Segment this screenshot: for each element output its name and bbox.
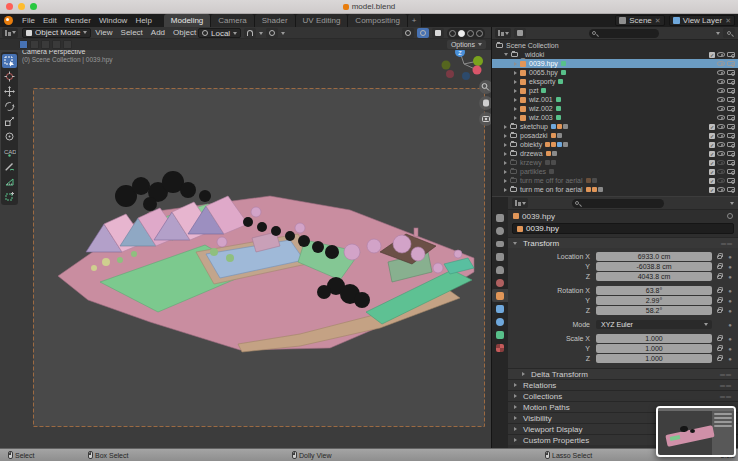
tool-select-box[interactable]: [2, 54, 17, 68]
render-camera-icon[interactable]: [727, 70, 735, 75]
properties-tab-physics[interactable]: [492, 315, 508, 328]
tool-annotate[interactable]: [2, 159, 17, 173]
hide-eye-icon[interactable]: [717, 151, 725, 156]
properties-tab-object[interactable]: [492, 289, 508, 302]
mode-dropdown[interactable]: Object Mode: [22, 28, 91, 38]
hide-eye-icon[interactable]: [717, 169, 725, 174]
outliner-row-posadzki[interactable]: posadzki ✓: [492, 131, 738, 140]
outliner-display-mode[interactable]: [514, 28, 526, 38]
hide-eye-icon[interactable]: [717, 106, 725, 111]
gizmo-x-axis[interactable]: [473, 66, 482, 75]
animate-dot[interactable]: ●: [726, 336, 734, 342]
editor-divider[interactable]: [491, 27, 492, 448]
render-camera-icon[interactable]: [727, 133, 735, 138]
scale-x-field[interactable]: 1.000: [596, 334, 712, 343]
select-mode-set[interactable]: [19, 40, 28, 49]
snap-toggle[interactable]: [244, 28, 256, 38]
scene-selector[interactable]: Scene ✕: [615, 15, 665, 26]
expand-icon[interactable]: [514, 62, 517, 66]
outliner-row-wiz003[interactable]: wiz.003: [492, 113, 738, 122]
rotation-y-field[interactable]: 2.99°: [596, 296, 712, 305]
exclude-checkbox[interactable]: ✓: [709, 133, 715, 139]
tab-uv-editing[interactable]: UV Editing: [296, 14, 349, 27]
properties-tab-tool[interactable]: [492, 211, 508, 224]
hide-eye-icon[interactable]: [717, 70, 725, 75]
panel-collections[interactable]: Collections══: [508, 390, 738, 401]
render-camera-icon[interactable]: [727, 187, 735, 192]
panel-relations[interactable]: Relations══: [508, 379, 738, 390]
expand-icon[interactable]: [504, 161, 507, 165]
filter-dropdown[interactable]: [716, 32, 720, 35]
expand-icon[interactable]: [504, 170, 507, 174]
animate-dot[interactable]: ●: [726, 356, 734, 362]
expand-icon[interactable]: [514, 80, 517, 84]
exclude-checkbox[interactable]: ✓: [709, 178, 715, 184]
animate-dot[interactable]: ●: [726, 274, 734, 280]
tool-transform[interactable]: [2, 129, 17, 143]
menu-window[interactable]: Window: [95, 14, 131, 27]
outliner-row-0065[interactable]: 0065.hpy: [492, 68, 738, 77]
show-gizmo-toggle[interactable]: [402, 28, 414, 38]
animate-dot[interactable]: ●: [726, 264, 734, 270]
shading-wireframe[interactable]: [449, 30, 456, 37]
select-mode-extend[interactable]: [30, 40, 39, 49]
menu-add[interactable]: Add: [147, 28, 169, 37]
options-dropdown[interactable]: Options: [447, 40, 486, 49]
expand-icon[interactable]: [514, 116, 517, 120]
screenshot-thumbnail[interactable]: [656, 406, 736, 457]
exclude-checkbox[interactable]: ✓: [709, 151, 715, 157]
properties-tab-object-data[interactable]: [492, 328, 508, 341]
outliner-row-krzewy[interactable]: krzewy ✓: [492, 158, 738, 167]
expand-icon[interactable]: [504, 125, 507, 129]
hide-eye-icon[interactable]: [717, 79, 725, 84]
snap-options-dropdown[interactable]: [259, 32, 263, 35]
expand-icon[interactable]: [504, 134, 507, 138]
shading-rendered[interactable]: [476, 30, 483, 37]
hide-eye-icon[interactable]: [717, 187, 725, 192]
properties-tab-view-layer[interactable]: [492, 250, 508, 263]
viewport-canvas[interactable]: Z: [0, 50, 491, 448]
proportional-options-dropdown[interactable]: [281, 32, 285, 35]
menu-render[interactable]: Render: [61, 14, 95, 27]
outliner-editor-selector[interactable]: [495, 28, 511, 38]
blender-logo-icon[interactable]: [4, 16, 13, 25]
menu-select[interactable]: Select: [117, 28, 147, 37]
add-workspace-button[interactable]: +: [408, 14, 422, 27]
select-mode-subtract[interactable]: [41, 40, 50, 49]
exclude-checkbox[interactable]: ✓: [709, 169, 715, 175]
collapse-icon[interactable]: [504, 53, 508, 56]
menu-file[interactable]: File: [18, 14, 39, 27]
lock-icon[interactable]: [717, 289, 722, 293]
hide-eye-icon[interactable]: [717, 88, 725, 93]
tab-modeling[interactable]: Modeling: [164, 14, 211, 27]
animate-dot[interactable]: ●: [726, 298, 734, 304]
exclude-checkbox[interactable]: ✓: [709, 52, 715, 58]
menu-object[interactable]: Object: [169, 28, 200, 37]
lock-icon[interactable]: [717, 309, 722, 313]
lock-icon[interactable]: [717, 347, 722, 351]
expand-icon[interactable]: [504, 179, 507, 183]
object-name-field[interactable]: 0039.hpy: [512, 223, 734, 234]
menu-help[interactable]: Help: [131, 14, 155, 27]
outliner-row-drzewa[interactable]: drzewa ✓: [492, 149, 738, 158]
outliner-row-turn-me-on[interactable]: turn me on for aerial ✓: [492, 185, 738, 194]
hide-eye-icon[interactable]: [717, 160, 725, 165]
outliner-search-input[interactable]: [589, 29, 659, 38]
lock-icon[interactable]: [717, 275, 722, 279]
expand-icon[interactable]: [504, 188, 507, 192]
rotation-z-field[interactable]: 58.2°: [596, 306, 712, 315]
render-camera-icon[interactable]: [727, 178, 735, 183]
tool-scale[interactable]: [2, 114, 17, 128]
tab-compositing[interactable]: Compositing: [348, 14, 407, 27]
rotation-x-field[interactable]: 63.8°: [596, 286, 712, 295]
panel-delta-transform[interactable]: Delta Transform══: [508, 368, 738, 379]
hide-eye-icon[interactable]: [717, 61, 725, 66]
render-camera-icon[interactable]: [727, 142, 735, 147]
render-camera-icon[interactable]: [727, 97, 735, 102]
tool-cursor[interactable]: [2, 69, 17, 83]
tool-cad-transform[interactable]: CAD: [2, 144, 17, 158]
editor-type-selector[interactable]: [2, 28, 18, 38]
outliner-row-sketchup[interactable]: sketchup ✓: [492, 122, 738, 131]
outliner-row-pzt[interactable]: pzt: [492, 86, 738, 95]
properties-search-input[interactable]: [572, 199, 664, 208]
